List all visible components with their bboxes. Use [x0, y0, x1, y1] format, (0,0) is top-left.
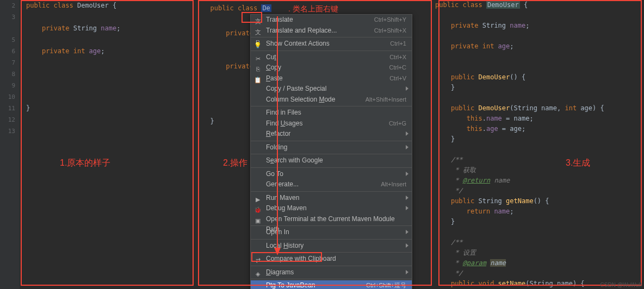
code-line: * @param name — [435, 258, 644, 268]
line-number: 8 — [0, 68, 20, 80]
menu-shortcut: Ctrl+1 — [390, 39, 406, 49]
label-original: 1.原本的样子 — [60, 158, 110, 169]
code-line — [435, 93, 644, 103]
code-area-generated[interactable]: public class DemoUser { private String n… — [435, 0, 644, 289]
menu-shortcut: Ctrl+X — [389, 52, 406, 63]
code-line: } — [435, 83, 644, 93]
menu-label: Folding — [266, 142, 287, 153]
menu-separator — [251, 51, 412, 51]
menu-item-go-to[interactable]: Go To — [251, 169, 412, 180]
menu-item-translate[interactable]: 文TranslateCtrl+Shift+Y — [251, 15, 412, 26]
menu-label: Column Selection Mode — [266, 95, 335, 105]
menu-separator — [251, 279, 412, 279]
menu-item-find-in-files[interactable]: Find in Files — [251, 108, 412, 118]
menu-item-ptg-to-javabean[interactable]: Ptg To JavaBeanCtrl+Shift+逗号 — [251, 280, 412, 289]
menu-label: Show Context Actions — [266, 39, 330, 49]
submenu-arrow-icon — [406, 206, 408, 210]
code-line: */ — [435, 186, 644, 196]
line-number: 7 — [0, 57, 20, 68]
menu-shortcut: Alt+Shift+Insert — [366, 95, 406, 105]
menu-item-cut[interactable]: ✂CutCtrl+X — [251, 52, 412, 63]
menu-item-copy[interactable]: ⎘CopyCtrl+C — [251, 62, 412, 73]
menu-label: Copy / Paste Special — [266, 84, 326, 95]
menu-item-local-history[interactable]: Local History — [251, 241, 412, 252]
code-line: return name; — [435, 206, 644, 217]
menu-icon: 文 — [254, 16, 262, 24]
menu-label: Ptg To JavaBean — [266, 280, 315, 289]
menu-separator — [251, 106, 412, 106]
code-area-before[interactable]: public class DemoUser { private String n… — [20, 0, 196, 114]
menu-item-translate-and-replace-[interactable]: 文RTranslate and Replace...Ctrl+Shift+X — [251, 26, 412, 36]
menu-icon: 文R — [254, 27, 262, 35]
submenu-arrow-icon — [406, 243, 408, 248]
menu-icon: ▣ — [254, 216, 262, 223]
code-line — [435, 144, 644, 155]
context-menu[interactable]: 文TranslateCtrl+Shift+Y文RTranslate and Re… — [250, 14, 412, 289]
code-line: private int age; — [435, 41, 644, 52]
submenu-arrow-icon — [406, 145, 408, 149]
menu-item-copy-paste-special[interactable]: Copy / Paste Special — [251, 84, 412, 95]
code-line: this.age = age; — [435, 124, 644, 134]
class-name-selected[interactable]: De — [261, 4, 271, 12]
menu-separator — [251, 141, 412, 141]
menu-label: Translate — [266, 15, 293, 26]
submenu-arrow-icon — [406, 270, 408, 274]
editor-panel-generated: public class DemoUser { private String n… — [435, 0, 644, 289]
code-line: public class DemoUser { — [435, 0, 644, 10]
code-line: this.name = name; — [435, 114, 644, 124]
menu-item-debug-maven[interactable]: 🐞Debug Maven — [251, 203, 412, 214]
menu-item-column-selection-mode[interactable]: Column Selection ModeAlt+Shift+Insert — [251, 95, 412, 105]
submenu-arrow-icon — [406, 196, 408, 200]
code-line: public String getName() { — [435, 196, 644, 206]
menu-shortcut: Ctrl+Shift+Y — [374, 15, 406, 26]
code-line: /** — [435, 237, 644, 248]
menu-item-paste[interactable]: 📋PasteCtrl+V — [251, 73, 412, 84]
label-classname-hint: . 类名上面右键 — [288, 4, 338, 14]
menu-label: Local History — [266, 241, 304, 252]
line-number: 10 — [0, 91, 20, 103]
menu-label: Debug Maven — [266, 203, 307, 214]
label-generated: 3.生成 — [566, 158, 590, 169]
code-line: } — [435, 217, 644, 227]
menu-item-search-with-google[interactable]: Search with Google — [251, 155, 412, 166]
menu-item-generate-[interactable]: Generate...Alt+Insert — [251, 179, 412, 190]
code-line: public DemoUser(String name, int age) { — [435, 103, 644, 114]
menu-label: Run Maven — [266, 193, 299, 204]
menu-shortcut: Ctrl+C — [389, 62, 406, 73]
menu-item-folding[interactable]: Folding — [251, 142, 412, 153]
code-line — [435, 62, 644, 72]
menu-item-find-usages[interactable]: Find UsagesCtrl+G — [251, 118, 412, 129]
menu-label: Copy — [266, 62, 281, 73]
menu-label: Open Terminal at the Current Maven Modul… — [266, 214, 406, 225]
line-gutter: 235678910111213 — [0, 0, 20, 289]
menu-item-show-context-actions[interactable]: 💡Show Context ActionsCtrl+1 — [251, 39, 412, 49]
menu-icon: ▶ — [254, 194, 262, 202]
menu-icon: ⇄ — [254, 255, 262, 263]
code-line: * 设置 — [435, 248, 644, 258]
menu-item-compare-with-clipboard[interactable]: ⇄Compare with Clipboard — [251, 254, 412, 265]
line-number: 12 — [0, 114, 20, 125]
menu-separator — [251, 37, 412, 37]
menu-shortcut: Ctrl+Shift+X — [374, 26, 406, 36]
menu-item-open-in[interactable]: Open In — [251, 227, 412, 238]
code-line: * @return name — [435, 175, 644, 186]
code-line — [435, 227, 644, 237]
menu-label: Diagrams — [266, 267, 294, 278]
line-number: 11 — [0, 103, 20, 114]
menu-label: Translate and Replace... — [266, 26, 337, 36]
menu-label: Search with Google — [266, 155, 323, 166]
code-line: */ — [435, 268, 644, 279]
menu-icon: 🐞 — [254, 205, 262, 212]
menu-item-run-maven[interactable]: ▶Run Maven — [251, 193, 412, 204]
line-number: 2 — [0, 0, 20, 11]
menu-item-diagrams[interactable]: ◈Diagrams — [251, 267, 412, 278]
menu-item-refactor[interactable]: Refactor — [251, 129, 412, 140]
line-number — [0, 23, 20, 34]
menu-label: Open In — [266, 227, 289, 238]
menu-item-open-terminal-at-the-current-maven-module-path[interactable]: ▣Open Terminal at the Current Maven Modu… — [251, 214, 412, 225]
submenu-arrow-icon — [406, 131, 408, 136]
submenu-arrow-icon — [406, 86, 408, 91]
line-number: 5 — [0, 34, 20, 46]
line-number: 6 — [0, 46, 20, 57]
menu-icon: ◈ — [254, 269, 262, 277]
